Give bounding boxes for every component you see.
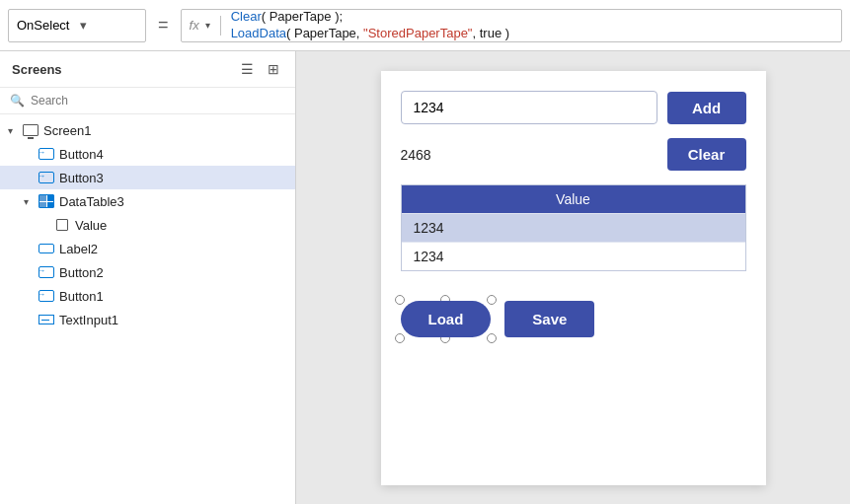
tree-item-label: Button1 [59,289,104,304]
save-button[interactable]: Save [504,301,594,337]
sum-label: 2468 [401,147,431,163]
tree-view: Screen1Button4Button3DataTable3ValueLabe… [0,114,295,504]
label-clear-row: 2468 Clear [401,138,746,171]
handle-tr [487,295,497,305]
textinput-icon [38,311,55,328]
screen-icon [22,121,39,139]
data-table-header: Value [402,185,745,213]
table-row: 1234 [402,242,745,270]
sidebar-header: Screens ☰ ⊞ [0,51,295,88]
search-input[interactable] [31,94,285,108]
chevron-icon [24,196,38,207]
fx-label: fx [190,18,199,33]
table-icon [38,192,55,210]
toolbar: OnSelect ▾ = fx ▾ Clear( PaperTape ); Lo… [0,0,850,51]
chevron-icon [8,125,22,136]
tree-item-label: Button2 [59,265,104,280]
sidebar-item-textinput1[interactable]: TextInput1 [0,308,295,331]
input-add-row: Add [401,91,746,124]
tree-item-label: Label2 [59,242,98,256]
data-table: Value 12341234 [401,184,746,271]
tree-item-label: TextInput1 [59,313,118,327]
sidebar-item-button4[interactable]: Button4 [0,142,295,166]
handle-bl [395,333,405,343]
search-box: 🔍 [0,88,295,114]
main-layout: Screens ☰ ⊞ 🔍 Screen1Button4Button3DataT… [0,51,850,504]
tree-item-label: DataTable3 [59,194,124,209]
tree-item-label: Button3 [59,171,104,185]
tree-item-label: Value [75,218,107,233]
app-preview: Add 2468 Clear Value 12341234 [381,71,766,485]
load-save-row: Load Save [401,301,746,337]
event-dropdown-label: OnSelect [17,18,74,33]
button-icon [38,145,55,163]
button-icon [38,263,55,281]
button-icon [38,169,55,186]
handle-br [487,333,497,343]
fx-chevron-icon: ▾ [205,20,210,31]
sidebar-item-button1[interactable]: Button1 [0,284,295,308]
label-icon [38,240,55,257]
button-icon [38,287,55,305]
load-button[interactable]: Load [401,301,492,337]
list-view-icon[interactable]: ☰ [237,59,258,79]
sidebar-item-datatable3[interactable]: DataTable3 [0,189,295,213]
table-row: 1234 [402,213,745,242]
clear-button[interactable]: Clear [667,138,746,171]
sidebar-title: Screens [12,62,62,77]
sidebar: Screens ☰ ⊞ 🔍 Screen1Button4Button3DataT… [0,51,296,504]
sidebar-item-value[interactable]: Value [0,213,295,237]
formula-bar[interactable]: fx ▾ Clear( PaperTape ); LoadData( Paper… [181,9,842,42]
table-rows: 12341234 [402,213,745,270]
load-button-wrapper: Load [401,301,492,337]
canvas-area: Add 2468 Clear Value 12341234 [296,51,850,504]
handle-tl [395,295,405,305]
formula-text: Clear( PaperTape ); LoadData( PaperTape,… [231,9,509,42]
sidebar-item-label2[interactable]: Label2 [0,237,295,260]
tree-item-label: Button4 [59,147,104,162]
event-dropdown[interactable]: OnSelect ▾ [8,9,146,42]
sidebar-item-button3[interactable]: Button3 [0,166,295,189]
tree-item-label: Screen1 [43,123,91,138]
dropdown-arrow-icon: ▾ [80,18,137,33]
grid-view-icon[interactable]: ⊞ [264,59,283,79]
search-icon: 🔍 [10,94,25,108]
sidebar-item-screen1[interactable]: Screen1 [0,118,295,142]
checkbox-icon [53,216,71,234]
sidebar-toolbar: ☰ ⊞ [237,59,283,79]
add-button[interactable]: Add [667,92,746,124]
equals-icon: = [154,15,173,36]
number-input[interactable] [401,91,657,124]
sidebar-item-button2[interactable]: Button2 [0,260,295,284]
formula-divider [220,16,221,36]
